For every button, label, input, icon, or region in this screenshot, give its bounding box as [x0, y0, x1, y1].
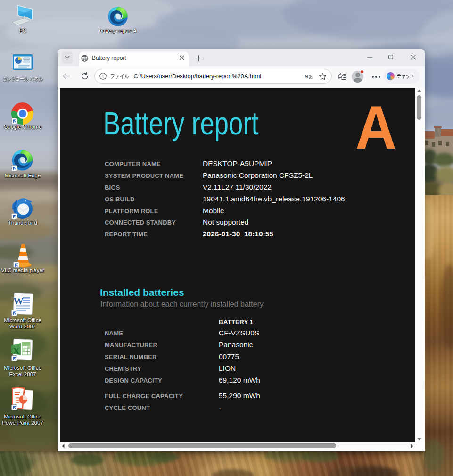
svg-text:W: W [13, 295, 24, 307]
